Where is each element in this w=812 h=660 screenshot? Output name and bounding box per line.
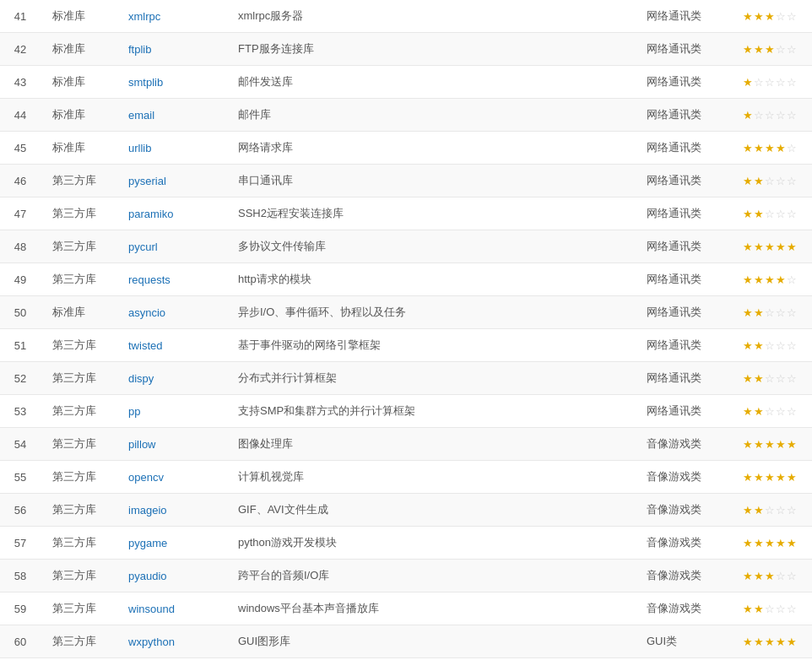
- star-empty-icon: ☆: [787, 405, 798, 418]
- star-filled-icon: ★: [765, 43, 776, 56]
- library-type: 标准库: [41, 132, 116, 165]
- library-category: 网络通讯类: [635, 66, 728, 99]
- library-rating: ★★☆☆☆: [728, 296, 812, 329]
- library-rating: ★★★★☆: [728, 132, 812, 165]
- star-filled-icon: ★: [743, 405, 754, 418]
- table-row: 59 第三方库 winsound windows平台基本声音播放库 音像游戏类 …: [0, 592, 812, 625]
- star-filled-icon: ★: [743, 10, 754, 23]
- library-type: 第三方库: [41, 428, 116, 461]
- star-filled-icon: ★: [765, 636, 776, 648]
- library-description: 分布式并行计算框架: [226, 362, 635, 395]
- row-number: 58: [0, 560, 41, 592]
- star-empty-icon: ☆: [776, 10, 787, 23]
- star-filled-icon: ★: [787, 537, 798, 549]
- library-category: 网络通讯类: [635, 362, 728, 395]
- row-number: 53: [0, 395, 41, 428]
- library-category: 网络通讯类: [635, 0, 728, 33]
- library-name: wxpython: [116, 625, 226, 658]
- library-name: pillow: [116, 428, 226, 461]
- star-filled-icon: ★: [765, 570, 776, 582]
- star-filled-icon: ★: [776, 142, 787, 154]
- star-filled-icon: ★: [743, 76, 754, 89]
- library-rating: ★☆☆☆☆: [728, 99, 812, 132]
- star-empty-icon: ☆: [787, 109, 798, 122]
- library-type: 第三方库: [41, 230, 116, 263]
- library-category: 网络通讯类: [635, 197, 728, 230]
- star-filled-icon: ★: [743, 471, 754, 484]
- row-number: 55: [0, 461, 41, 494]
- library-name: dispy: [116, 362, 226, 395]
- star-empty-icon: ☆: [776, 570, 787, 582]
- library-category: 网络通讯类: [635, 395, 728, 428]
- star-filled-icon: ★: [765, 438, 776, 451]
- star-filled-icon: ★: [743, 241, 754, 253]
- table-row: 50 标准库 asyncio 异步I/O、事件循环、协程以及任务 网络通讯类 ★…: [0, 296, 812, 329]
- library-category: GUI类: [635, 625, 728, 658]
- library-type: 第三方库: [41, 527, 116, 560]
- star-filled-icon: ★: [754, 504, 765, 517]
- library-type: 第三方库: [41, 329, 116, 362]
- star-filled-icon: ★: [754, 273, 765, 286]
- star-empty-icon: ☆: [787, 273, 798, 286]
- table-row: 46 第三方库 pyserial 串口通讯库 网络通讯类 ★★☆☆☆: [0, 165, 812, 197]
- row-number: 50: [0, 296, 41, 329]
- library-description: 串口通讯库: [226, 165, 635, 197]
- library-type: 标准库: [41, 296, 116, 329]
- star-filled-icon: ★: [754, 43, 765, 56]
- star-empty-icon: ☆: [776, 76, 787, 89]
- star-filled-icon: ★: [743, 109, 754, 122]
- star-filled-icon: ★: [787, 241, 798, 253]
- star-empty-icon: ☆: [765, 76, 776, 89]
- star-filled-icon: ★: [754, 175, 765, 187]
- library-type: 标准库: [41, 66, 116, 99]
- library-category: 网络通讯类: [635, 329, 728, 362]
- library-description: http请求的模块: [226, 263, 635, 296]
- library-type: 第三方库: [41, 560, 116, 592]
- library-category: 网络通讯类: [635, 165, 728, 197]
- library-description: windows平台基本声音播放库: [226, 592, 635, 625]
- library-name: xmlrpc: [116, 0, 226, 33]
- star-empty-icon: ☆: [765, 109, 776, 122]
- star-filled-icon: ★: [754, 241, 765, 253]
- library-name: pyaudio: [116, 560, 226, 592]
- library-name: pygame: [116, 527, 226, 560]
- row-number: 52: [0, 362, 41, 395]
- library-rating: ★★☆☆☆: [728, 592, 812, 625]
- library-rating: ★★★★★: [728, 461, 812, 494]
- star-filled-icon: ★: [743, 504, 754, 517]
- star-filled-icon: ★: [765, 273, 776, 286]
- row-number: 59: [0, 592, 41, 625]
- library-rating: ★★★★★: [728, 230, 812, 263]
- star-empty-icon: ☆: [765, 603, 776, 615]
- star-empty-icon: ☆: [765, 175, 776, 187]
- library-rating: ★★★★★: [728, 527, 812, 560]
- star-filled-icon: ★: [765, 10, 776, 23]
- star-filled-icon: ★: [743, 636, 754, 648]
- library-description: GUI图形库: [226, 625, 635, 658]
- star-empty-icon: ☆: [787, 504, 798, 517]
- table-row: 52 第三方库 dispy 分布式并行计算框架 网络通讯类 ★★☆☆☆: [0, 362, 812, 395]
- library-type: 第三方库: [41, 461, 116, 494]
- library-rating: ★★☆☆☆: [728, 494, 812, 527]
- library-name: winsound: [116, 592, 226, 625]
- star-filled-icon: ★: [776, 537, 787, 549]
- star-filled-icon: ★: [754, 636, 765, 648]
- star-empty-icon: ☆: [776, 43, 787, 56]
- library-type: 标准库: [41, 0, 116, 33]
- star-filled-icon: ★: [754, 306, 765, 319]
- star-filled-icon: ★: [776, 241, 787, 253]
- table-row: 45 标准库 urllib 网络请求库 网络通讯类 ★★★★☆: [0, 132, 812, 165]
- library-category: 音像游戏类: [635, 592, 728, 625]
- library-category: 音像游戏类: [635, 428, 728, 461]
- star-filled-icon: ★: [787, 636, 798, 648]
- star-filled-icon: ★: [776, 636, 787, 648]
- library-rating: ★★☆☆☆: [728, 165, 812, 197]
- star-filled-icon: ★: [743, 306, 754, 319]
- library-name: pycurl: [116, 230, 226, 263]
- star-filled-icon: ★: [743, 570, 754, 582]
- table-row: 41 标准库 xmlrpc xmlrpc服务器 网络通讯类 ★★★☆☆: [0, 0, 812, 33]
- library-category: 网络通讯类: [635, 263, 728, 296]
- star-filled-icon: ★: [776, 273, 787, 286]
- star-empty-icon: ☆: [787, 142, 798, 154]
- table-row: 42 标准库 ftplib FTP服务连接库 网络通讯类 ★★★☆☆: [0, 33, 812, 66]
